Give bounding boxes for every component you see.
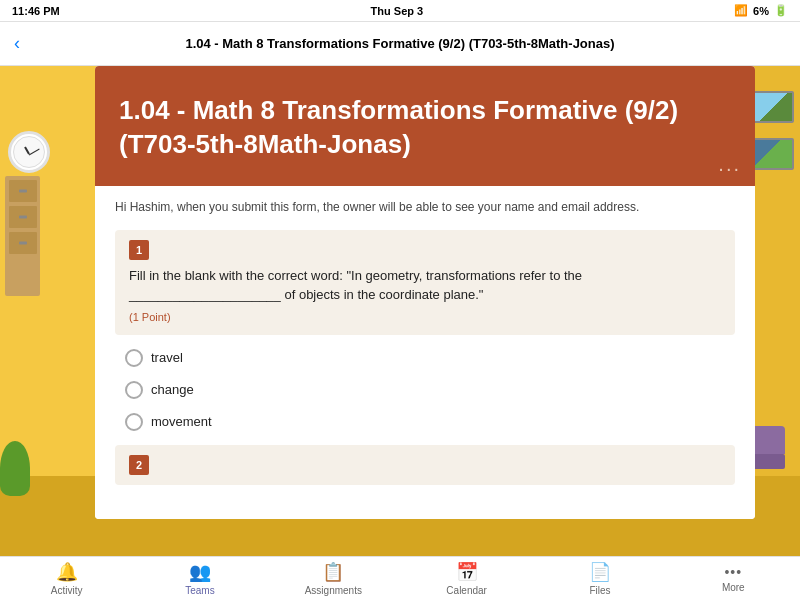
question-block-2: 2 <box>115 445 735 485</box>
tab-files-label: Files <box>589 585 610 596</box>
status-bar: 11:46 PM Thu Sep 3 📶 6% 🔋 <box>0 0 800 22</box>
files-icon: 📄 <box>589 561 611 583</box>
form-header: 1.04 - Math 8 Transformations Formative … <box>95 66 755 186</box>
form-body: Hi Hashim, when you submit this form, th… <box>95 186 755 519</box>
battery-icon: 🔋 <box>774 4 788 17</box>
clock-decoration <box>8 131 50 173</box>
back-button[interactable]: ‹ <box>14 33 20 54</box>
tab-bar: 🔔 Activity 👥 Teams 📋 Assignments 📅 Calen… <box>0 556 800 600</box>
question-block-1: 1 Fill in the blank with the correct wor… <box>115 230 735 335</box>
picture-frame-1 <box>752 91 794 123</box>
more-icon: ••• <box>724 564 742 580</box>
option-change[interactable]: change <box>125 381 735 399</box>
tab-activity[interactable]: 🔔 Activity <box>37 561 97 596</box>
cabinet-decoration <box>5 176 40 296</box>
wifi-icon: 📶 <box>734 4 748 17</box>
question-points-1: (1 Point) <box>115 311 735 335</box>
nav-title: 1.04 - Math 8 Transformations Formative … <box>185 36 614 51</box>
tab-teams[interactable]: 👥 Teams <box>170 561 230 596</box>
option-movement[interactable]: movement <box>125 413 735 431</box>
tab-assignments[interactable]: 📋 Assignments <box>303 561 363 596</box>
tab-assignments-label: Assignments <box>305 585 362 596</box>
form-info-text: Hi Hashim, when you submit this form, th… <box>115 200 735 214</box>
status-day: Thu Sep 3 <box>371 5 424 17</box>
option-label-travel: travel <box>151 350 183 365</box>
tab-more[interactable]: ••• More <box>703 564 763 593</box>
option-label-change: change <box>151 382 194 397</box>
radio-change[interactable] <box>125 381 143 399</box>
tab-teams-label: Teams <box>185 585 214 596</box>
calendar-icon: 📅 <box>456 561 478 583</box>
clock-minute-hand <box>29 149 40 156</box>
options-list-1: travel change movement <box>125 349 735 431</box>
tab-activity-label: Activity <box>51 585 83 596</box>
content-area: 1.04 - Math 8 Transformations Formative … <box>0 66 800 556</box>
question-text-1: Fill in the blank with the correct word:… <box>115 266 735 311</box>
option-travel[interactable]: travel <box>125 349 735 367</box>
form-title: 1.04 - Math 8 Transformations Formative … <box>119 94 731 162</box>
tab-calendar-label: Calendar <box>446 585 487 596</box>
picture-frame-2 <box>752 138 794 170</box>
radio-movement[interactable] <box>125 413 143 431</box>
battery-level: 6% <box>753 5 769 17</box>
teams-icon: 👥 <box>189 561 211 583</box>
tab-files[interactable]: 📄 Files <box>570 561 630 596</box>
activity-icon: 🔔 <box>56 561 78 583</box>
form-card: 1.04 - Math 8 Transformations Formative … <box>95 66 755 519</box>
status-time: 11:46 PM <box>12 5 60 17</box>
more-options-button[interactable]: ... <box>718 153 741 176</box>
assignments-icon: 📋 <box>322 561 344 583</box>
plant-decoration <box>0 441 30 496</box>
nav-bar: ‹ 1.04 - Math 8 Transformations Formativ… <box>0 22 800 66</box>
option-label-movement: movement <box>151 414 212 429</box>
status-icons: 📶 6% 🔋 <box>734 4 788 17</box>
tab-more-label: More <box>722 582 745 593</box>
radio-travel[interactable] <box>125 349 143 367</box>
tab-calendar[interactable]: 📅 Calendar <box>437 561 497 596</box>
question-number-1: 1 <box>129 240 149 260</box>
question-number-2: 2 <box>129 455 149 475</box>
